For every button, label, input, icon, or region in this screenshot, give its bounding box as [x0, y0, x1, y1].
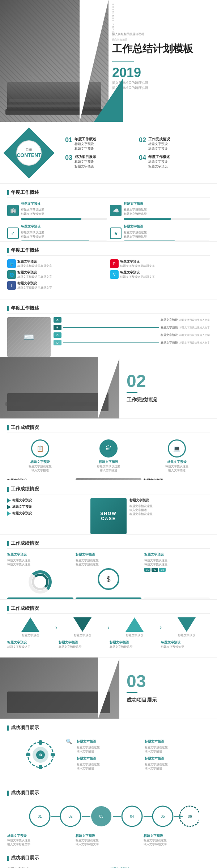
social-title-4: 标题文字预设 — [120, 259, 155, 264]
proj2-d2: 标题文字预设这里输入文字标题文字 — [76, 838, 142, 846]
svg-text:01: 01 — [38, 814, 42, 818]
toc-item-1: 01 年度工作概述 标题文字预设标题文字预设 — [65, 137, 136, 152]
card-title-3: 标题文字预设 — [21, 224, 107, 229]
arrow-label-3: 标题文字预设 — [12, 511, 32, 516]
svg-text:05: 05 — [161, 814, 165, 818]
svg-text:02: 02 — [68, 814, 73, 818]
step-1: A 标题文字预设 标题文字预设这里输入文字 — [54, 317, 210, 323]
overview-block-3: ✓ 标题文字预设 标题文字预设这里标题文字预设这里 — [7, 224, 107, 242]
arrow-chain-1: 标题文字预设 — [7, 617, 53, 637]
arrow-2 — [7, 505, 11, 509]
toc-title-2: 工作完成情况 — [148, 137, 170, 142]
toc-title-4: 年度工作概述 — [148, 154, 170, 159]
overview-block-2: ☁️ 标题文字预设 标题文字预设这里标题文字预设这里 — [110, 201, 210, 221]
toc-right: 01 年度工作概述 标题文字预设标题文字预设 02 工作完成情况 标题文字预设标… — [58, 131, 217, 175]
toc-item-4: 04 年度工作概述 标题文字预设标题文字预设 — [139, 154, 210, 169]
step-box-d: D — [54, 340, 61, 345]
proj2-d3: 标题文字预设这里输入文字标题文字 — [144, 838, 210, 846]
toc-label: 目录 — [17, 148, 41, 152]
card-text-3: 标题文字预设这里标题文字预设这里 — [21, 230, 107, 239]
project-title-1: 成功项目展示 — [7, 724, 210, 733]
svg-text:04: 04 — [130, 814, 134, 818]
social-item-3: f 标题文字预设 标题文字预设这里标题文字 — [7, 281, 107, 290]
tag-3: 03 — [159, 568, 166, 572]
cover-small-text: 插入简短相关的题目说明 — [112, 80, 210, 85]
perf2-right: 标题文字预设 标题文字预设这里标题文字预设这里 01 02 03 — [144, 552, 210, 595]
proj-card-1: 标题文本预设 标题文字预设这里输入文字描述 — [77, 739, 142, 753]
social-text-2: 标题文字预设这里标题文字 — [17, 275, 52, 279]
arrow-chain-2: 标题文字预设 — [59, 617, 105, 637]
section-title-3: 成功项目展示 — [127, 697, 210, 703]
proj-cd-3: 标题文字预设这里输入文字描述 — [77, 762, 142, 770]
section-right-3: 03 成功项目展示 — [119, 658, 217, 719]
proj2-c1: 标题文字预设 标题文字预设这里输入文字标题文字 — [7, 834, 73, 846]
slide-section-3: 03 成功项目展示 — [0, 658, 217, 719]
overview-block-1: 🏢 标题文字预设 标题文字预设这里标题文字预设这里 — [7, 201, 107, 221]
step-desc-3: 标题文字预设这里输入文字 — [179, 333, 210, 337]
slide-annual-overview-1: 年度工作概述 🏢 标题文字预设 标题文字预设这里标题文字预设这里 ☁️ 标题文字… — [0, 184, 217, 242]
perf-icon-3: 💻 — [168, 439, 186, 458]
showcase-right: 标题文字预设 标题文字预设这里输入文字描述标题文字预设这里 — [129, 498, 210, 534]
proj-card-3: 标题文本预设 标题文字预设这里输入文字描述 — [77, 756, 142, 770]
slide-annual-overview-2: 年度工作概述 🐦 标题文字预设 标题文字预设这里标题文字 🌐 标题文字预设 标题… — [0, 242, 217, 299]
perf3-d4: 标题文字预设这里 — [161, 645, 210, 649]
perf-label-1: 标题文字预设 — [10, 460, 71, 464]
slide-project-3: 成功项目展示 标题文字预设 1 2 3 标题文 — [0, 849, 217, 868]
toc-desc-2: 标题文字预设标题文字预设 — [148, 142, 170, 152]
toc-num-3: 03 — [65, 154, 72, 161]
icon-cloud: ☁️ — [110, 205, 122, 216]
showcase-arrow-3: 标题文字预设 — [7, 511, 88, 516]
icon-building: 🏢 — [7, 205, 19, 216]
proj2-c3: 标题文字预设 标题文字预设这里输入文字标题文字 — [144, 834, 210, 846]
section-photo-3 — [0, 658, 119, 719]
social-item-1: 🐦 标题文字预设 标题文字预设这里标题文字 — [7, 259, 107, 268]
perf-item-2: 🏛 标题文字预设 标题文字预设这里输入文字描述 — [76, 437, 142, 475]
toc-left: 目录 CONTENT — [0, 122, 58, 183]
proj-card-4: 标题文本预设 标题文字预设这里输入文字描述 — [145, 756, 210, 770]
toc-title-3: 成功项目展示 — [75, 154, 96, 159]
section-line-3 — [127, 692, 137, 693]
slide-work-performance-2: 工作成绩情况 标题文字预设 标题文字预设这里标题文字预设这里 标题文字预设 标题… — [0, 535, 217, 600]
tag-2: 02 — [152, 568, 158, 572]
annual-overview-title-1: 年度工作概述 — [7, 189, 210, 198]
toc-content-label: CONTENT — [17, 152, 41, 158]
proj-card-2: 标题文本预设 标题文字预设这里输入文字描述 — [145, 739, 210, 753]
section-triangle-3 — [98, 658, 119, 719]
social-text-3: 标题文字预设这里标题文字 — [17, 286, 52, 290]
card-text-4: 标题文字预设这里标题文字预设这里 — [124, 230, 210, 239]
card-title-2: 标题文字预设 — [124, 201, 210, 206]
globe-icon: 🌐 — [7, 270, 16, 279]
svg-text:⚙: ⚙ — [39, 753, 42, 757]
social-title-5: 标题文字预设 — [120, 270, 155, 275]
proj2-cards: 标题文字预设 标题文字预设这里输入文字标题文字 标题文字预设 标题文字预设这里输… — [7, 834, 210, 846]
showcase-left: 标题文字预设 标题文字预设 标题文字预设 — [7, 498, 88, 534]
social-text-4: 标题文字预设这里标题文字 — [120, 264, 155, 268]
facebook-icon: f — [7, 281, 16, 290]
step-box-a: A — [54, 317, 61, 323]
perf3-card-4: 标题文字预设 标题文字预设这里 — [161, 640, 210, 649]
slide-project-1: 成功项目展示 ⚙ 🔍 标题文本预设 标题文字预设这 — [0, 719, 217, 784]
svg-rect-9 — [26, 753, 30, 756]
showcase-label: SHOW — [100, 511, 116, 516]
card-text-2: 标题文字预设这里标题文字预设这里 — [124, 208, 210, 216]
toc-desc-4: 标题文字预设标题文字预设 — [148, 159, 170, 169]
magnify-icon: 🔍 — [66, 739, 72, 744]
perf2-icon-2: $ — [98, 568, 119, 590]
social-text-1: 标题文字预设这里标题文字 — [17, 264, 52, 268]
perf2-title-2: 标题文字预设 — [76, 552, 141, 557]
perf3-card-1: 标题文字预设 标题文字预设这里 — [7, 640, 56, 649]
proj-ct-3: 标题文本预设 — [77, 756, 142, 761]
tri-label-4: 标题文字预设 — [164, 633, 210, 637]
section-photo-2 — [0, 357, 119, 418]
toc-title-1: 年度工作概述 — [75, 137, 96, 142]
step-box-b: B — [54, 325, 61, 330]
step-label-4: 标题文字预设 — [161, 341, 178, 345]
step-desc-4: 标题文字预设这里输入文字 — [179, 341, 210, 345]
showcase-arrow-2: 标题文字预设 — [7, 505, 88, 509]
showcase-banner: SHOW CASE — [90, 498, 127, 534]
card-title-1: 标题文字预设 — [21, 201, 107, 206]
section-num-3: 03 — [127, 673, 210, 690]
proj2-t3: 标题文字预设 — [144, 834, 210, 838]
toc-num-2: 02 — [139, 137, 146, 143]
arrow-3 — [7, 511, 11, 516]
